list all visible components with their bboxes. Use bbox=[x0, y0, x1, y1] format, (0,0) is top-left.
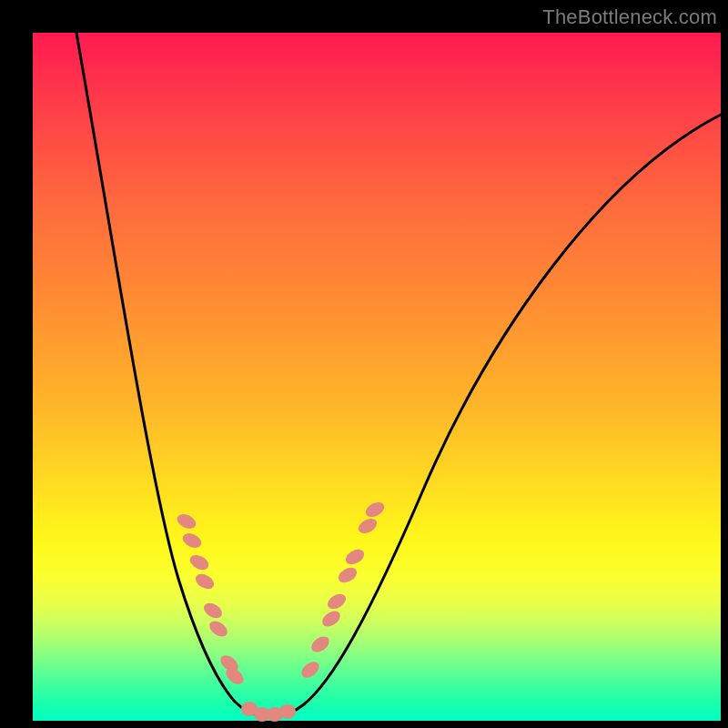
watermark-text: TheBottleneck.com bbox=[542, 5, 717, 29]
data-point bbox=[325, 591, 349, 612]
data-point bbox=[175, 511, 198, 531]
data-point bbox=[363, 500, 387, 521]
data-point bbox=[298, 659, 322, 682]
bottleneck-curve-svg bbox=[33, 33, 721, 721]
data-point bbox=[319, 608, 343, 630]
data-point bbox=[279, 704, 296, 719]
chart-container: TheBottleneck.com bbox=[0, 0, 728, 728]
data-point bbox=[336, 564, 359, 585]
data-point bbox=[180, 531, 204, 551]
data-point bbox=[308, 633, 332, 655]
data-point bbox=[343, 546, 367, 567]
data-point bbox=[193, 571, 217, 592]
data-point bbox=[187, 552, 211, 573]
data-point bbox=[201, 600, 225, 622]
bottleneck-curve bbox=[76, 33, 721, 715]
data-point bbox=[356, 516, 379, 537]
data-point bbox=[207, 618, 230, 640]
plot-area bbox=[33, 33, 721, 721]
